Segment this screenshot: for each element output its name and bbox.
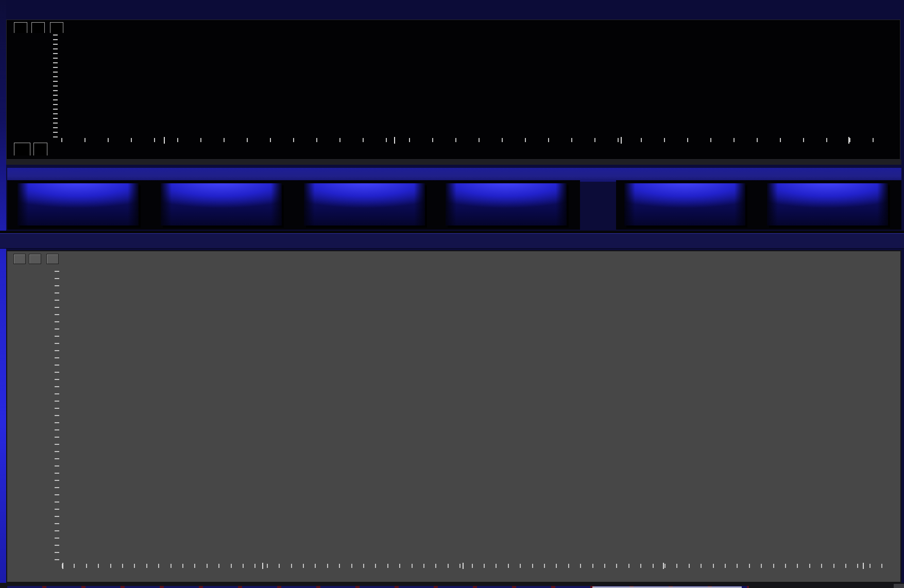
- spectral-x-major-tick: [663, 563, 664, 569]
- spectral-title-bar: [0, 233, 904, 249]
- metric-value-alpha: [161, 183, 282, 226]
- raw-zoom-in-button[interactable]: [14, 22, 27, 33]
- raw-zoom-out-button[interactable]: [31, 22, 45, 33]
- spectral-analysis-window: [6, 250, 901, 583]
- metric-value-smr: [304, 183, 425, 226]
- raw-timebase-button-upper[interactable]: [14, 143, 30, 155]
- metric-value-theta: [18, 183, 139, 226]
- raw-x-axis-ticks: [61, 138, 891, 142]
- raw-x-major-tick: [621, 137, 622, 144]
- spectral-x-major-tick: [262, 563, 263, 569]
- raw-x-major-tick: [164, 137, 165, 144]
- spectral-x-major-tick: [62, 563, 63, 569]
- window-left-edge: [0, 0, 6, 588]
- raw-y-axis-ticks: [53, 34, 58, 139]
- raw-timebase-button-lower[interactable]: [33, 143, 47, 155]
- raw-x-major-tick: [394, 137, 395, 144]
- eeg-biofeedback-dashboard: [0, 0, 904, 588]
- metric-label-strip: [7, 168, 901, 182]
- spectral-x-axis-ticks: [62, 564, 891, 568]
- raw-x-major-tick: [848, 137, 849, 144]
- spectral-zoom-out-button[interactable]: [29, 254, 41, 264]
- metric-value-median-freq: [767, 183, 888, 226]
- metric-value-beta: [446, 183, 567, 226]
- spectral-waterfall-plot: [62, 272, 891, 563]
- spectral-y-axis-ticks: [55, 271, 59, 564]
- raw-fullscale-button[interactable]: [50, 22, 63, 33]
- spectral-fullscale-button[interactable]: [46, 254, 59, 264]
- spectral-x-major-tick: [863, 563, 864, 569]
- raw-signal-window: [6, 20, 900, 160]
- spectral-x-major-tick: [463, 563, 464, 569]
- metric-value-theta-beta: [624, 183, 745, 226]
- spectral-zoom-in-button[interactable]: [13, 254, 26, 264]
- raw-window-bottom-frame: [6, 160, 901, 165]
- raw-signal-plot: [61, 36, 891, 137]
- cut-off-gray-segment: [894, 584, 904, 588]
- cut-off-bottom-row: [0, 583, 904, 588]
